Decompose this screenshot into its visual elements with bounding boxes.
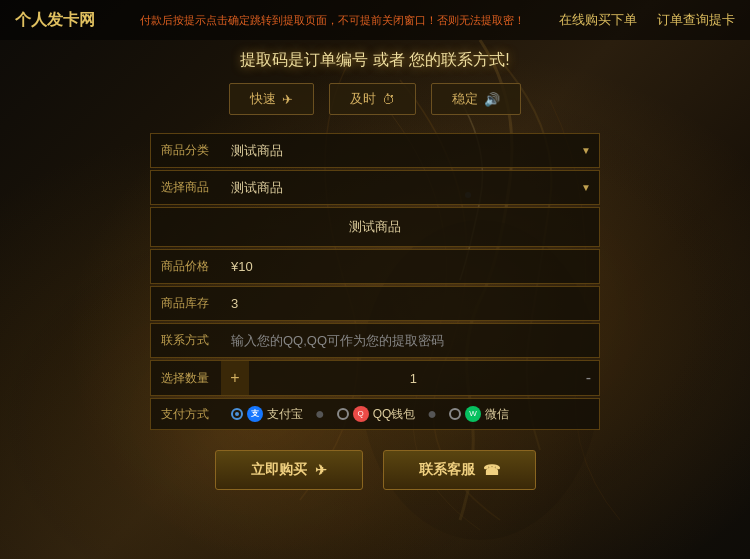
stock-row: 商品库存 bbox=[150, 286, 600, 321]
product-form: 商品分类 测试商品 ▼ 选择商品 测试商品 ▼ 测试商品 商品价格 商品库存 bbox=[150, 133, 600, 432]
contact-row: 联系方式 bbox=[150, 323, 600, 358]
link-check[interactable]: 订单查询提卡 bbox=[657, 11, 735, 29]
qty-dash: - bbox=[578, 369, 599, 387]
qty-row: 选择数量 + - bbox=[150, 360, 600, 396]
navbar-notice: 付款后按提示点击确定跳转到提取页面，不可提前关闭窗口！否则无法提取密！ bbox=[105, 13, 559, 27]
category-select[interactable]: 测试商品 bbox=[221, 135, 581, 166]
service-label: 联系客服 bbox=[419, 461, 475, 479]
qty-minus-btn[interactable]: + bbox=[221, 361, 249, 395]
site-brand: 个人发卡网 bbox=[15, 10, 105, 31]
speed-btn-stable[interactable]: 稳定 🔊 bbox=[431, 83, 521, 115]
buy-icon: ✈ bbox=[315, 462, 327, 478]
category-row: 商品分类 测试商品 ▼ bbox=[150, 133, 600, 168]
action-buttons: 立即购买 ✈ 联系客服 ☎ bbox=[215, 450, 536, 490]
contact-input[interactable] bbox=[221, 325, 599, 356]
service-button[interactable]: 联系客服 ☎ bbox=[383, 450, 536, 490]
fast-label: 快速 bbox=[250, 90, 276, 108]
timely-icon: ⏱ bbox=[382, 92, 395, 107]
category-label: 商品分类 bbox=[151, 134, 221, 167]
payment-options: 支 支付宝 ● Q QQ钱包 ● W 微信 bbox=[231, 405, 589, 423]
speed-buttons: 快速 ✈ 及时 ⏱ 稳定 🔊 bbox=[229, 83, 521, 115]
pay-option-qq[interactable]: Q QQ钱包 bbox=[337, 406, 416, 423]
stock-input bbox=[221, 288, 599, 319]
contact-label: 联系方式 bbox=[151, 324, 221, 357]
fast-icon: ✈ bbox=[282, 92, 293, 107]
navbar: 个人发卡网 付款后按提示点击确定跳转到提取页面，不可提前关闭窗口！否则无法提取密… bbox=[0, 0, 750, 40]
speed-btn-fast[interactable]: 快速 ✈ bbox=[229, 83, 314, 115]
stock-label: 商品库存 bbox=[151, 287, 221, 320]
notice-text: 付款后按提示点击确定跳转到提取页面，不可提前关闭窗口！否则无法提取密！ bbox=[140, 14, 525, 26]
product-arrow: ▼ bbox=[581, 182, 599, 193]
service-icon: ☎ bbox=[483, 462, 500, 478]
buy-label: 立即购买 bbox=[251, 461, 307, 479]
payment-row: 支付方式 支 支付宝 ● Q QQ钱包 ● W 微信 bbox=[150, 398, 600, 430]
price-label: 商品价格 bbox=[151, 250, 221, 283]
hero-title: 提取码是订单编号 或者 您的联系方式! bbox=[240, 50, 509, 71]
qq-radio[interactable] bbox=[337, 408, 349, 420]
alipay-radio[interactable] bbox=[231, 408, 243, 420]
qq-label: QQ钱包 bbox=[373, 406, 416, 423]
main-content: 提取码是订单编号 或者 您的联系方式! 快速 ✈ 及时 ⏱ 稳定 🔊 商品分类 … bbox=[0, 40, 750, 490]
price-input bbox=[221, 251, 599, 282]
wechat-radio[interactable] bbox=[449, 408, 461, 420]
buy-button[interactable]: 立即购买 ✈ bbox=[215, 450, 363, 490]
pay-separator-2: ● bbox=[427, 405, 437, 423]
stable-label: 稳定 bbox=[452, 90, 478, 108]
product-row: 选择商品 测试商品 ▼ bbox=[150, 170, 600, 205]
qty-input[interactable] bbox=[249, 363, 578, 394]
timely-label: 及时 bbox=[350, 90, 376, 108]
stable-icon: 🔊 bbox=[484, 92, 500, 107]
product-select[interactable]: 测试商品 bbox=[221, 172, 581, 203]
price-row: 商品价格 bbox=[150, 249, 600, 284]
navbar-links: 在线购买下单 订单查询提卡 bbox=[559, 11, 735, 29]
wechat-icon: W bbox=[465, 406, 481, 422]
qty-label: 选择数量 bbox=[151, 362, 221, 395]
product-display: 测试商品 bbox=[150, 207, 600, 247]
product-label: 选择商品 bbox=[151, 171, 221, 204]
wechat-label: 微信 bbox=[485, 406, 509, 423]
category-arrow: ▼ bbox=[581, 145, 599, 156]
pay-separator-1: ● bbox=[315, 405, 325, 423]
qq-icon: Q bbox=[353, 406, 369, 422]
alipay-label: 支付宝 bbox=[267, 406, 303, 423]
speed-btn-timely[interactable]: 及时 ⏱ bbox=[329, 83, 416, 115]
pay-option-alipay[interactable]: 支 支付宝 bbox=[231, 406, 303, 423]
alipay-icon: 支 bbox=[247, 406, 263, 422]
pay-option-wechat[interactable]: W 微信 bbox=[449, 406, 509, 423]
link-buy[interactable]: 在线购买下单 bbox=[559, 11, 637, 29]
payment-label: 支付方式 bbox=[161, 406, 231, 423]
